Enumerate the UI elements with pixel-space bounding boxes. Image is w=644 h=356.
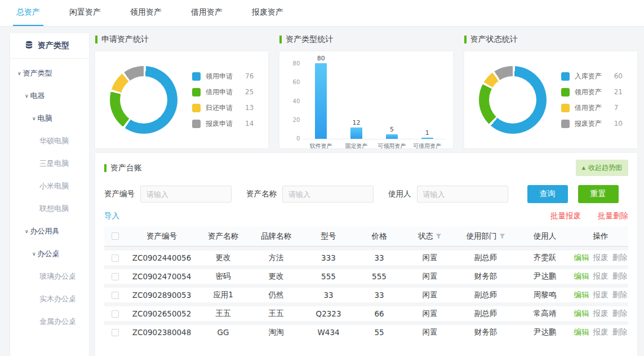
row-checkbox-cell xyxy=(104,254,126,262)
tab-3[interactable]: 借用资产 xyxy=(188,0,226,26)
edit-link[interactable]: 编辑 xyxy=(574,327,589,337)
legend-value: 14 xyxy=(245,120,254,128)
row-checkbox[interactable] xyxy=(112,254,119,262)
batch-delete-link[interactable]: 批量删除 xyxy=(598,211,628,221)
row-checkbox[interactable] xyxy=(112,273,119,280)
filter-label: 资产名称 xyxy=(246,189,277,199)
tab-4[interactable]: 报废资产 xyxy=(248,0,287,26)
cell-brand: 王五 xyxy=(248,309,304,319)
row-checkbox[interactable] xyxy=(112,292,119,299)
cell-asset-name: GG xyxy=(198,328,248,337)
filter-input-1[interactable] xyxy=(282,186,374,203)
bar-column: 12 xyxy=(339,120,374,139)
edit-link[interactable]: 编辑 xyxy=(574,271,589,282)
filter-funnel-icon[interactable] xyxy=(436,232,442,241)
cell-asset-id: ZC0902650052 xyxy=(126,309,198,318)
legend-label: 入库资产 xyxy=(575,72,607,81)
cell-status: 闲置 xyxy=(405,271,455,282)
tree-item-8[interactable]: ∨办公桌 xyxy=(10,243,89,265)
legend-item[interactable]: 借用申请25 xyxy=(192,87,254,97)
scrap-link[interactable]: 报废 xyxy=(593,271,609,282)
scrap-link[interactable]: 报废 xyxy=(593,290,609,300)
chart-card: 806040200 801251 软件资产固定资产可领用资产可借用资产 xyxy=(279,51,452,148)
row-actions: 编辑报废删除 xyxy=(573,309,628,319)
tree-item-0[interactable]: ∨资产类型 xyxy=(10,62,89,85)
cell-price: 55 xyxy=(353,328,405,337)
tree-item-7[interactable]: ∨办公用具 xyxy=(10,220,89,243)
reset-button[interactable]: 重置 xyxy=(578,185,619,203)
delete-link[interactable]: 删除 xyxy=(612,253,628,263)
filter-input-0[interactable] xyxy=(140,186,232,203)
y-axis: 806040200 xyxy=(287,61,300,142)
column-header: 状态 xyxy=(405,231,455,241)
edit-link[interactable]: 编辑 xyxy=(574,253,589,263)
x-axis-labels: 软件资产固定资产可领用资产可借用资产 xyxy=(303,142,445,150)
filter-funnel-icon[interactable] xyxy=(499,232,505,241)
chart-title: 资产状态统计 xyxy=(470,34,518,45)
legend-item[interactable]: 归还申请13 xyxy=(192,103,254,113)
tree-item-1[interactable]: ∨电器 xyxy=(10,85,89,107)
asset-table: 资产编号资产名称品牌名称型号价格状态使用部门使用人操作 ZC0902440056… xyxy=(104,226,628,340)
title-accent-bar xyxy=(95,36,97,43)
legend-item[interactable]: 报废申请14 xyxy=(192,119,254,129)
column-header: 操作 xyxy=(573,231,628,241)
tree-item-6[interactable]: 联想电脑 xyxy=(10,197,89,220)
tree-item-3[interactable]: 华硕电脑 xyxy=(10,130,89,152)
cell-model: 33 xyxy=(304,291,353,300)
tab-0[interactable]: 总资产 xyxy=(13,0,43,26)
bar[interactable] xyxy=(421,138,433,139)
scrap-link[interactable]: 报废 xyxy=(593,253,609,263)
edit-link[interactable]: 编辑 xyxy=(574,290,589,300)
tab-1[interactable]: 闲置资产 xyxy=(66,0,104,26)
tree-item-label: 办公桌 xyxy=(38,249,60,258)
tree-item-9[interactable]: 玻璃办公桌 xyxy=(10,265,89,288)
scrap-link[interactable]: 报废 xyxy=(593,327,609,337)
legend-item[interactable]: 借用资产7 xyxy=(561,103,623,113)
legend-item[interactable]: 领用申请76 xyxy=(192,72,254,81)
chart-application-stats: 申请资产统计 领用申请76借用申请25归还申请13报废申请14 xyxy=(95,33,268,148)
delete-link[interactable]: 删除 xyxy=(612,309,628,319)
filter-input-2[interactable] xyxy=(417,186,508,203)
tree-item-label: 小米电脑 xyxy=(39,182,69,190)
collapse-trend-button[interactable]: ▲ 收起趋势图 xyxy=(576,160,628,176)
import-link[interactable]: 导入 xyxy=(104,211,119,221)
batch-scrap-link[interactable]: 批量报废 xyxy=(550,211,581,221)
chart-card: 领用申请76借用申请25归还申请13报废申请14 xyxy=(95,51,268,148)
table-row: ZC0902890053应用1仍然3333闲置副总师周黎鸣编辑报废删除 xyxy=(104,284,628,302)
y-tick: 60 xyxy=(293,80,300,85)
tab-2[interactable]: 领用资产 xyxy=(127,0,165,26)
section-title: 资产状态统计 xyxy=(464,34,637,45)
delete-link[interactable]: 删除 xyxy=(612,290,628,300)
tree-item-label: 实木办公桌 xyxy=(39,295,76,303)
cell-asset-name: 密码 xyxy=(198,271,248,282)
scrap-link[interactable]: 报废 xyxy=(593,309,609,319)
bar[interactable] xyxy=(315,63,327,139)
legend-item[interactable]: 入库资产60 xyxy=(561,72,623,81)
x-tick-label: 固定资产 xyxy=(339,142,374,150)
delete-link[interactable]: 删除 xyxy=(612,271,628,282)
chevron-down-icon: ∨ xyxy=(32,116,36,121)
edit-link[interactable]: 编辑 xyxy=(574,309,589,319)
legend-item[interactable]: 领用资产21 xyxy=(561,87,623,97)
delete-link[interactable]: 删除 xyxy=(612,327,628,337)
cell-brand: 方法 xyxy=(248,253,304,263)
tree-item-10[interactable]: 实木办公桌 xyxy=(10,288,89,310)
tree-item-11[interactable]: 金属办公桌 xyxy=(10,310,89,333)
column-header: 资产编号 xyxy=(126,231,198,241)
bar[interactable] xyxy=(350,128,362,139)
tree-item-label: 资产类型 xyxy=(23,69,52,77)
tree-item-2[interactable]: ∨电脑 xyxy=(10,107,89,130)
tree-item-4[interactable]: 三星电脑 xyxy=(10,152,89,175)
collapse-trend-label: 收起趋势图 xyxy=(588,163,622,173)
query-button[interactable]: 查询 xyxy=(527,185,568,203)
row-checkbox[interactable] xyxy=(112,329,119,336)
legend-swatch xyxy=(561,72,570,81)
legend-value: 13 xyxy=(245,104,254,112)
select-all-checkbox[interactable] xyxy=(112,232,119,240)
legend-item[interactable]: 报废资产10 xyxy=(561,119,623,129)
row-checkbox[interactable] xyxy=(112,310,119,318)
cell-price: 66 xyxy=(353,309,405,318)
bar[interactable] xyxy=(386,134,398,139)
cell-brand: 更改 xyxy=(248,271,304,282)
tree-item-5[interactable]: 小米电脑 xyxy=(10,175,89,197)
